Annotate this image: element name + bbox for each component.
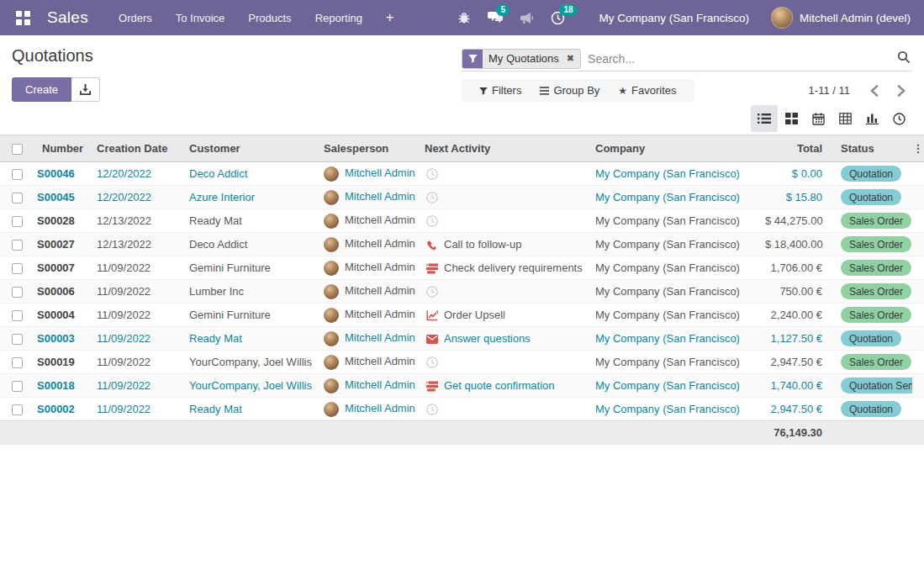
menu-orders[interactable]: Orders <box>107 2 164 34</box>
table-row[interactable]: S00003 11/09/2022 Ready Mat Mitchell Adm… <box>0 327 924 351</box>
creation-date-cell[interactable]: 12/20/2022 <box>97 167 151 180</box>
row-checkbox[interactable] <box>12 169 23 180</box>
company-link[interactable]: My Company (San Francisco) <box>595 332 740 345</box>
company-link[interactable]: My Company (San Francisco) <box>595 214 740 227</box>
order-number-link[interactable]: S00007 <box>37 261 75 274</box>
order-number-link[interactable]: S00003 <box>37 332 75 345</box>
row-checkbox[interactable] <box>12 310 23 321</box>
table-row[interactable]: S00045 12/20/2022 Azure Interior Mitchel… <box>0 186 924 209</box>
create-button[interactable]: Create <box>12 77 71 102</box>
row-checkbox[interactable] <box>12 404 23 415</box>
activities-clock-icon[interactable]: 18 <box>551 11 565 25</box>
row-checkbox[interactable] <box>12 240 23 251</box>
header-salesperson[interactable]: Salesperson <box>317 135 418 162</box>
app-brand[interactable]: Sales <box>47 8 88 27</box>
company-switcher[interactable]: My Company (San Francisco) <box>599 12 749 24</box>
row-checkbox[interactable] <box>12 381 23 392</box>
table-row[interactable]: S00007 11/09/2022 Gemini Furniture Mitch… <box>0 256 924 280</box>
creation-date-cell[interactable]: 11/09/2022 <box>97 309 150 321</box>
menu-reporting[interactable]: Reporting <box>304 2 374 34</box>
group-by-button[interactable]: Group By <box>531 82 609 98</box>
creation-date-cell[interactable]: 12/20/2022 <box>97 191 151 203</box>
salesperson-link[interactable]: Mitchell Admin <box>345 214 415 226</box>
clock-icon[interactable] <box>425 404 439 415</box>
salesperson-link[interactable]: Mitchell Admin <box>345 261 415 273</box>
debug-bug-icon[interactable] <box>457 11 471 24</box>
company-link[interactable]: My Company (San Francisco) <box>595 403 740 415</box>
header-number[interactable]: Number <box>34 135 90 162</box>
header-company[interactable]: Company <box>589 135 758 162</box>
creation-date-cell[interactable]: 11/09/2022 <box>97 356 150 368</box>
customer-link[interactable]: Gemini Furniture <box>189 261 271 274</box>
salesperson-link[interactable]: Mitchell Admin <box>345 190 415 203</box>
creation-date-cell[interactable]: 11/09/2022 <box>97 332 150 345</box>
salesperson-link[interactable]: Mitchell Admin <box>345 284 415 297</box>
table-row[interactable]: S00004 11/09/2022 Gemini Furniture Mitch… <box>0 304 924 327</box>
menu-products[interactable]: Products <box>236 2 303 34</box>
clock-icon[interactable] <box>425 356 439 368</box>
messages-icon[interactable]: 5 <box>488 11 503 24</box>
order-number-link[interactable]: S00027 <box>37 238 75 251</box>
order-number-link[interactable]: S00018 <box>37 379 75 392</box>
table-row[interactable]: S00019 11/09/2022 YourCompany, Joel Will… <box>0 351 924 374</box>
row-checkbox[interactable] <box>12 357 23 368</box>
optional-columns-icon[interactable]: ⋮ <box>913 142 924 155</box>
customer-link[interactable]: Deco Addict <box>189 167 247 180</box>
favorites-button[interactable]: ★ Favorites <box>609 82 685 98</box>
salesperson-link[interactable]: Mitchell Admin <box>345 402 415 415</box>
chart-icon[interactable] <box>425 310 439 321</box>
order-number-link[interactable]: S00045 <box>37 191 75 203</box>
table-row[interactable]: S00027 12/13/2022 Deco Addict Mitchell A… <box>0 233 924 256</box>
activity-label[interactable]: Get quote confirmation <box>444 379 555 392</box>
order-number-link[interactable]: S00019 <box>37 356 75 368</box>
salesperson-link[interactable]: Mitchell Admin <box>345 355 415 367</box>
customer-link[interactable]: Azure Interior <box>189 191 255 203</box>
activity-label[interactable]: Answer questions <box>444 332 531 345</box>
header-creation-date[interactable]: Creation Date <box>90 135 182 162</box>
creation-date-cell[interactable]: 12/13/2022 <box>97 214 151 227</box>
graph-view-icon[interactable] <box>858 105 885 132</box>
select-all-checkbox[interactable] <box>12 144 23 155</box>
pivot-view-icon[interactable] <box>832 105 858 132</box>
order-number-link[interactable]: S00028 <box>37 214 75 227</box>
table-row[interactable]: S00006 11/09/2022 Lumber Inc Mitchell Ad… <box>0 280 924 304</box>
table-row[interactable]: S00018 11/09/2022 YourCompany, Joel Will… <box>0 374 924 398</box>
list-view-icon[interactable] <box>751 105 778 132</box>
order-number-link[interactable]: S00004 <box>37 309 75 321</box>
header-total[interactable]: Total <box>758 135 831 162</box>
pager-next-icon[interactable] <box>890 83 912 98</box>
clock-icon[interactable] <box>425 168 439 180</box>
clock-icon[interactable] <box>425 286 439 298</box>
pager-previous-icon[interactable] <box>863 83 885 98</box>
company-link[interactable]: My Company (San Francisco) <box>595 238 740 251</box>
table-row[interactable]: S00028 12/13/2022 Ready Mat Mitchell Adm… <box>0 209 924 233</box>
customer-link[interactable]: Ready Mat <box>189 332 242 345</box>
header-status[interactable]: Status <box>831 135 912 162</box>
apps-menu-icon[interactable] <box>10 5 35 30</box>
salesperson-link[interactable]: Mitchell Admin <box>345 308 415 320</box>
announcement-megaphone-icon[interactable] <box>520 12 534 24</box>
clock-icon[interactable] <box>425 215 439 227</box>
company-link[interactable]: My Company (San Francisco) <box>595 309 740 321</box>
menu-plus-icon[interactable]: + <box>374 2 405 34</box>
customer-link[interactable]: Deco Addict <box>189 238 247 251</box>
header-next-activity[interactable]: Next Activity <box>418 135 589 162</box>
customer-link[interactable]: YourCompany, Joel Willis <box>189 379 312 392</box>
phone-icon[interactable] <box>425 240 439 251</box>
menu-to-invoice[interactable]: To Invoice <box>164 2 237 34</box>
user-avatar[interactable] <box>771 7 793 29</box>
order-number-link[interactable]: S00006 <box>37 285 75 298</box>
salesperson-link[interactable]: Mitchell Admin <box>345 166 415 179</box>
kanban-view-icon[interactable] <box>778 105 805 132</box>
order-number-link[interactable]: S00002 <box>37 403 75 415</box>
export-download-icon[interactable] <box>71 77 100 102</box>
salesperson-link[interactable]: Mitchell Admin <box>345 331 415 344</box>
customer-link[interactable]: YourCompany, Joel Willis <box>189 356 312 368</box>
activity-label[interactable]: Check delivery requirements <box>444 261 583 274</box>
creation-date-cell[interactable]: 12/13/2022 <box>97 238 151 251</box>
tasks-icon[interactable] <box>425 263 439 274</box>
creation-date-cell[interactable]: 11/09/2022 <box>97 403 150 415</box>
row-checkbox[interactable] <box>12 263 23 274</box>
search-icon[interactable] <box>895 50 912 67</box>
tasks-icon[interactable] <box>425 381 439 392</box>
